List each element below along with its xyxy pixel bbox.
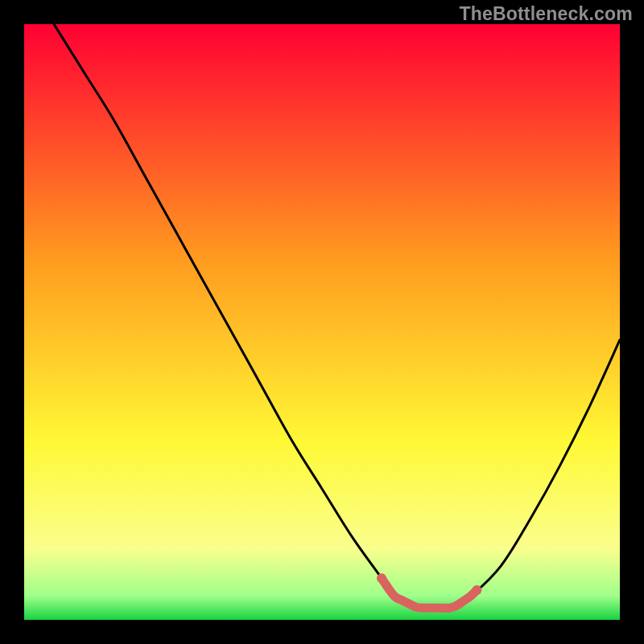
- bottleneck-plot: [24, 24, 620, 620]
- optimal-marker-right: [472, 585, 481, 595]
- optimal-marker-left: [377, 573, 386, 583]
- watermark: TheBottleneck.com: [459, 3, 633, 25]
- chart-container: TheBottleneck.com: [0, 0, 644, 644]
- gradient-background: [24, 24, 620, 620]
